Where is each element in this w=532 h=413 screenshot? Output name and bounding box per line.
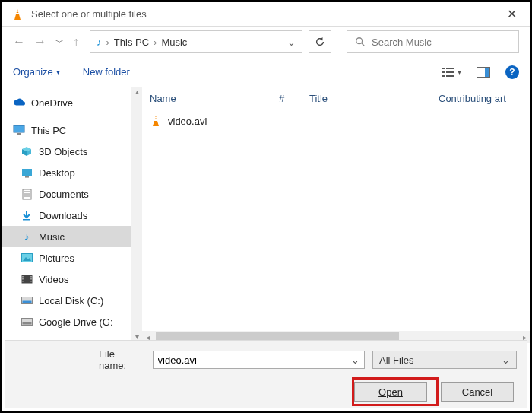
file-name-field[interactable] (158, 354, 351, 366)
organize-menu[interactable]: Organize ▾ (13, 66, 60, 78)
svg-line-5 (362, 43, 365, 46)
svg-rect-20 (25, 176, 29, 178)
svg-rect-1 (15, 13, 20, 14)
chevron-down-icon: ⌄ (502, 354, 510, 366)
svg-rect-6 (442, 68, 445, 69)
nav-arrows: ← → ﹀ ↑ (13, 35, 79, 49)
svg-rect-15 (17, 133, 21, 135)
tree-downloads[interactable]: Downloads (2, 205, 131, 226)
chevron-down-icon: ▾ (458, 68, 461, 76)
tree-thispc[interactable]: This PC (2, 119, 131, 141)
search-input[interactable] (372, 37, 511, 48)
tree-label: Local Disk (C:) (39, 295, 103, 307)
tree-label: Videos (39, 274, 69, 285)
file-name-input[interactable]: ⌄ (153, 351, 365, 369)
toolbar: Organize ▾ New folder ▾ ? (2, 57, 530, 87)
svg-rect-9 (446, 71, 454, 73)
up-button[interactable]: ↑ (73, 35, 79, 49)
music-icon: ♪ (97, 37, 102, 48)
body: OneDrive This PC 3D Objects Desktop Docu… (2, 87, 530, 343)
refresh-button[interactable] (309, 30, 331, 53)
col-contributing[interactable]: Contributing art (431, 93, 530, 104)
tree-label: Downloads (39, 210, 87, 221)
chevron-right-icon[interactable]: › (106, 37, 109, 48)
chevron-right-icon[interactable]: › (154, 37, 157, 48)
svg-rect-2 (16, 11, 19, 12)
scroll-up-icon[interactable]: ▴ (135, 87, 139, 98)
file-name: video.avi (168, 116, 207, 127)
svg-rect-7 (446, 68, 454, 69)
file-row[interactable]: video.avi (142, 110, 530, 132)
vlc-cone-icon (10, 7, 25, 22)
svg-rect-29 (22, 276, 24, 278)
address-bar[interactable]: ♪ › This PC › Music ⌄ (90, 30, 302, 53)
svg-rect-36 (22, 301, 31, 303)
column-headers[interactable]: Name # Title Contributing art (142, 87, 530, 110)
window-title: Select one or multiple files (31, 8, 496, 20)
tree-label: This PC (31, 125, 66, 136)
search-box[interactable] (347, 30, 519, 53)
tree-label: Pictures (39, 253, 74, 264)
file-type-filter[interactable]: All Files ⌄ (372, 351, 517, 369)
breadcrumb-thispc[interactable]: This PC (114, 37, 149, 48)
new-folder-button[interactable]: New folder (83, 66, 130, 78)
col-name[interactable]: Name (142, 93, 271, 104)
svg-rect-34 (30, 281, 32, 282)
svg-rect-19 (22, 169, 32, 176)
svg-rect-8 (442, 71, 445, 73)
vlc-cone-icon (150, 115, 162, 127)
tree-pictures[interactable]: Pictures (2, 247, 131, 268)
tree-music[interactable]: ♪ Music (2, 226, 131, 247)
tree-label: Music (39, 231, 65, 243)
title-bar: Select one or multiple files ✕ (2, 2, 530, 27)
tree-googledrive[interactable]: Google Drive (G: (2, 311, 131, 332)
chevron-down-icon[interactable]: ⌄ (351, 354, 359, 366)
cube-icon (21, 145, 33, 157)
svg-rect-41 (154, 117, 157, 119)
tree-desktop[interactable]: Desktop (2, 162, 131, 183)
tree-onedrive[interactable]: OneDrive (2, 92, 131, 113)
tree-label: 3D Objects (39, 146, 87, 157)
tree-videos[interactable]: Videos (2, 268, 131, 290)
forward-button[interactable]: → (34, 35, 46, 49)
chevron-down-icon[interactable]: ⌄ (287, 37, 296, 48)
open-button[interactable]: Open (354, 382, 427, 402)
tree-localdisk[interactable]: Local Disk (C:) (2, 290, 131, 311)
tree-label: Documents (39, 189, 89, 200)
svg-rect-11 (446, 75, 454, 77)
onedrive-icon (13, 97, 25, 109)
recent-chevron-icon[interactable]: ﹀ (55, 37, 64, 48)
close-button[interactable]: ✕ (496, 3, 527, 26)
svg-rect-38 (22, 322, 31, 325)
file-list: Name # Title Contributing art video.avi … (142, 87, 530, 343)
organize-label: Organize (13, 66, 53, 78)
tree-label: Google Drive (G: (39, 316, 113, 328)
drive-icon (21, 316, 33, 328)
col-title[interactable]: Title (302, 93, 431, 104)
chevron-down-icon: ▾ (56, 68, 60, 76)
preview-pane-button[interactable] (477, 67, 490, 78)
col-hash[interactable]: # (271, 93, 302, 104)
navpane-scrollbar[interactable]: ▴ ▾ (131, 87, 142, 343)
tree-3dobjects[interactable]: 3D Objects (2, 141, 131, 162)
tree-label: OneDrive (31, 97, 73, 109)
svg-rect-14 (14, 125, 24, 132)
documents-icon (21, 188, 33, 200)
svg-point-4 (356, 38, 363, 44)
file-name-label: File name: (99, 348, 145, 371)
svg-rect-25 (23, 219, 30, 221)
filter-label: All Files (379, 354, 414, 366)
svg-rect-31 (22, 281, 24, 282)
svg-rect-30 (22, 278, 24, 280)
svg-rect-40 (154, 119, 158, 121)
breadcrumb-music[interactable]: Music (161, 37, 187, 48)
help-button[interactable]: ? (505, 65, 519, 79)
thispc-icon (13, 124, 25, 136)
cancel-button[interactable]: Cancel (441, 382, 514, 402)
svg-rect-10 (442, 75, 445, 77)
tree-documents[interactable]: Documents (2, 183, 131, 205)
view-menu[interactable]: ▾ (442, 67, 461, 78)
drive-icon (21, 294, 33, 307)
desktop-icon (21, 167, 33, 179)
back-button[interactable]: ← (13, 35, 25, 49)
